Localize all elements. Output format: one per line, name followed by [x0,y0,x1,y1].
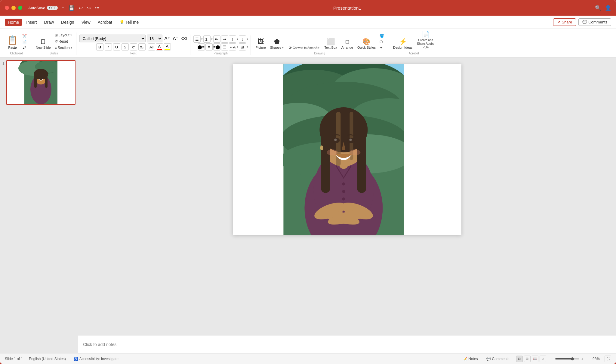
slide-right-white [404,64,461,235]
zoom-level[interactable]: 98% [588,357,600,361]
cut-button[interactable]: ✂️ [21,33,28,38]
font-bottom-row: B I U S x² x₂ A⃝ A A [96,43,171,50]
design-ideas-button[interactable]: ⚡ Design Ideas [391,37,414,50]
copy-button[interactable]: 📄 [21,39,28,44]
text-box-icon: ⬜ [327,38,335,45]
new-slide-button[interactable]: 🗒 New Slide [34,37,53,50]
convert-smartart-button[interactable]: ⟳ Convert to SmartArt [287,45,321,50]
menu-draw[interactable]: Draw [41,19,57,26]
zoom-thumb[interactable] [571,357,574,360]
comments-status-button[interactable]: 💬 Comments [485,356,511,362]
paste-button[interactable]: 📋 Paste [5,34,20,50]
menu-insert[interactable]: Insert [23,19,40,26]
menu-acrobat[interactable]: Acrobat [95,19,115,26]
redo-icon[interactable]: ↪ [87,5,91,11]
smart-art-button[interactable]: ⊞ [239,43,246,50]
save-icon[interactable]: 💾 [69,5,75,11]
quick-styles-button[interactable]: 🎨 Quick Styles [356,37,377,50]
indent-increase-button[interactable]: ⇥ [221,35,228,43]
profile-icon[interactable]: 👤 [605,5,611,11]
menu-tell-me[interactable]: 💡 Tell me [116,19,142,26]
column-caret[interactable]: ▾ [237,38,238,41]
text-shadow-button[interactable]: A⃝ [148,43,155,50]
text-dir-caret[interactable]: ▾ [237,45,238,48]
shape-fill-button[interactable]: 🪣 [378,33,386,38]
text-box-button[interactable]: ⬜ Text Box [323,37,339,50]
zoom-track[interactable] [555,358,579,359]
slide-thumbnail[interactable] [6,60,75,105]
format-painter-icon: 🖌 [22,46,26,50]
bullets-button[interactable]: ☰ [193,35,201,43]
bold-button[interactable]: B [96,43,103,50]
home-icon[interactable]: ⌂ [61,5,64,11]
reset-button[interactable]: ↺ Reset [53,39,74,44]
superscript-button[interactable]: x² [130,43,137,50]
align-left-button[interactable]: ⬤≡ [198,43,205,50]
shape-outline-button[interactable]: ⬡ [378,39,386,44]
font-increase-button[interactable]: A⁺ [164,35,171,42]
font-decrease-button[interactable]: A⁻ [172,35,179,42]
slides-group-inner: 🗒 New Slide ⊞ Layout ▾ ↺ Reset ≡ [34,32,74,50]
format-painter-button[interactable]: 🖌 [21,45,28,50]
close-button[interactable] [5,6,9,10]
minimize-button[interactable] [11,6,16,10]
picture-button[interactable]: 🖼 Picture [254,37,268,50]
presentation-view-button[interactable]: ▷ [540,356,546,362]
slide-sorter-button[interactable]: ⊞ [524,356,531,362]
menu-design[interactable]: Design [58,19,77,26]
section-button[interactable]: ≡ Section ▾ [53,45,74,50]
justify-button[interactable]: ☰ [221,43,228,50]
font-color-button[interactable]: A [156,43,163,50]
strikethrough-button[interactable]: S [122,43,129,50]
column-button[interactable]: ⫶ [229,35,236,43]
maximize-button[interactable] [18,6,22,10]
autosave-toggle[interactable]: OFF [47,6,58,10]
svg-rect-34 [357,133,366,193]
menu-home[interactable]: Home [5,19,22,26]
language-info: English (United States) [29,357,66,361]
bullets-caret[interactable]: ▾ [201,38,203,41]
design-ideas-inner: ⚡ Design Ideas 📄 Create and Share Adobe … [391,30,436,50]
arrange-button[interactable]: ⧉ Arrange [340,37,355,50]
indent-decrease-button[interactable]: ⇤ [213,35,220,43]
search-icon[interactable]: 🔍 [595,5,601,11]
underline-button[interactable]: U [113,43,120,50]
notes-placeholder[interactable]: Click to add notes [83,342,116,347]
align-right-button[interactable]: ≡⬤ [213,43,220,50]
normal-view-button[interactable]: ⊡ [516,356,523,362]
portrait-svg [283,64,404,235]
undo-icon[interactable]: ↩ [79,5,83,11]
subscript-button[interactable]: x₂ [138,43,146,50]
font-size-select[interactable]: 18 [147,35,162,42]
menu-view[interactable]: View [79,19,94,26]
line-spacing-caret[interactable]: ▾ [247,38,248,41]
align-center-button[interactable]: ≡ [205,43,213,50]
fit-slide-button[interactable]: ⛶ [605,356,611,362]
canvas-scroll[interactable] [78,58,616,335]
italic-button[interactable]: I [105,43,112,50]
create-adobe-button[interactable]: 📄 Create and Share Adobe PDF [415,30,436,50]
accessibility-button[interactable]: ♿ Accessibility: Investigate [72,356,120,362]
notes-button[interactable]: 📝 Notes [461,356,479,362]
share-button[interactable]: ↗ Share [553,18,576,26]
highlight-color-button[interactable]: A [164,43,171,50]
reading-view-button[interactable]: 📖 [532,356,538,362]
numbered-caret[interactable]: ▾ [211,38,213,41]
layout-button[interactable]: ⊞ Layout ▾ [53,32,74,38]
clear-format-button[interactable]: ⌫ [180,35,188,42]
slides-label: Slides [50,52,58,55]
line-spacing-button[interactable]: ↕ [239,35,246,43]
zoom-out-icon[interactable]: − [551,356,553,361]
shapes-button[interactable]: ⬟ Shapes ▾ [268,37,285,50]
notes-area[interactable]: Click to add notes [78,335,616,353]
more-tools-icon[interactable]: ••• [95,5,100,10]
smart-art-caret[interactable]: ▾ [247,45,248,48]
paragraph-group: ☰ ▾ 1. ▾ ⇤ ⇥ ⫶ ▾ ↕ ▾ ⬤≡ ≡ ≡⬤ ☰ ↔A [191,35,251,55]
shape-effects-button[interactable]: ✦ [378,45,386,50]
comments-button[interactable]: 💬 Comments [578,18,611,26]
zoom-in-icon[interactable]: + [581,356,584,361]
slide-canvas[interactable] [233,64,461,235]
numbered-button[interactable]: 1. [203,35,211,43]
text-direction-button[interactable]: ↔A [229,43,236,50]
font-family-select[interactable]: Calibri (Body) [79,35,146,42]
